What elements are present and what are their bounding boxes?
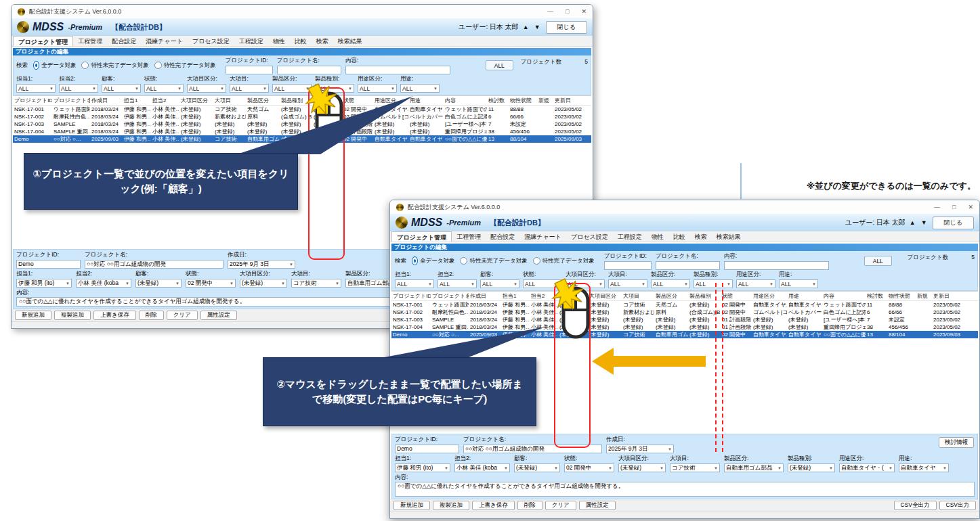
column-header[interactable]: 大項目区分 [179,96,213,105]
search-input[interactable] [277,66,341,74]
column-header[interactable]: 状態 [721,292,752,300]
menu-tab-8[interactable]: 比較 [290,36,312,46]
search-radio[interactable]: 特性未完了データ対象 [81,62,148,70]
menu-tab-1[interactable]: プロジェクト管理 [391,231,452,242]
column-header[interactable]: 新規 [916,292,932,300]
form-select[interactable]: 02 開発中▼ [564,463,614,472]
table-row[interactable]: NSK-17-001ウェット路面対…2018/03/24伊藤 和男…小林 美佳…… [391,301,978,309]
menu-tab-7[interactable]: 物性 [268,36,290,46]
form-select[interactable]: 小林 美佳 (koba▼ [76,279,131,288]
menu-tab-6[interactable]: 工程設定 [613,231,647,242]
search-radio[interactable]: 特性完了データ対象 [154,62,216,70]
menu-tab-8[interactable]: 比較 [668,231,690,242]
form-select[interactable]: (未登録)▼ [788,463,835,472]
search-radio[interactable]: 全データ対象 [412,256,454,265]
menu-tab-6[interactable]: 工程設定 [234,36,268,46]
column-header[interactable]: 担当1 [123,96,151,105]
csv-all-button[interactable]: CSV全出力 [894,501,937,510]
form-select[interactable]: (未登録)▼ [240,279,287,288]
menu-tab-10[interactable]: 検索結果 [712,231,746,242]
filter-select[interactable]: ALL▼ [438,279,477,288]
action-button[interactable]: クリア [167,311,198,320]
form-select[interactable]: コア技術▼ [291,279,341,288]
maximize-icon[interactable]: □ [952,204,956,210]
action-button[interactable]: 削除 [139,311,164,320]
user-up-icon[interactable]: ▲ [523,24,530,30]
column-header[interactable]: 作成日 [90,96,123,105]
search-radio[interactable]: 全データ対象 [33,61,76,70]
close-icon[interactable]: ✕ [581,8,587,15]
action-button[interactable]: 属性設定 [579,501,616,510]
form-select[interactable]: 自動車タイヤ・(▼ [839,463,895,472]
search-radio[interactable]: 特性完了データ対象 [533,257,595,265]
csv-button[interactable]: CSV出力 [939,501,976,510]
all-button[interactable]: ALL [864,256,892,266]
action-button[interactable]: 新規追加 [15,311,51,320]
form-select[interactable]: (未登録)▼ [135,279,182,288]
column-header[interactable]: 用途区分 [752,292,787,300]
form-input[interactable]: Demo [16,260,81,269]
filter-select[interactable]: ALL▼ [608,279,647,288]
form-select[interactable]: 2025年 9月 3日▼ [606,445,674,453]
menu-tab-1[interactable]: プロジェクト管理 [13,36,73,46]
filter-select[interactable]: ALL▼ [144,84,184,93]
filter-select[interactable]: ALL▼ [187,84,226,93]
action-button[interactable]: 新規追加 [393,501,430,510]
menu-tab-9[interactable]: 検索 [690,231,712,242]
column-header[interactable]: 物性状態 [509,96,537,105]
menu-tab-5[interactable]: プロセス設定 [566,231,613,242]
table-row[interactable]: NSK-17-002耐摩耗性白色…2018/03/24伊藤 和男…小林 美佳…(… [391,309,978,316]
form-select[interactable]: 2025年 9月 3日▼ [228,260,295,269]
filter-select[interactable]: ALL▼ [480,279,519,288]
maximize-icon[interactable]: □ [566,8,569,15]
form-select[interactable]: (未登録)▼ [514,463,560,472]
close-icon[interactable]: ✕ [968,204,973,210]
column-header[interactable]: 更新日 [553,96,587,105]
action-button[interactable]: クリア [545,501,576,510]
column-header[interactable]: 更新日 [932,292,966,300]
filter-select[interactable]: ALL▼ [16,84,56,93]
column-header[interactable]: 製品区分 [654,292,688,300]
minimize-icon[interactable]: — [934,204,940,210]
minimize-icon[interactable]: — [547,8,553,15]
menu-tab-2[interactable]: 工程管理 [73,36,107,46]
action-button[interactable]: 複製追加 [433,501,469,510]
form-select[interactable]: 02 開発中▼ [186,279,236,288]
search-input[interactable] [724,261,829,270]
filter-select[interactable]: ALL▼ [395,279,434,288]
column-header[interactable]: プロジェクト名 [431,292,469,300]
form-select[interactable]: 自動車用ゴム部品▼ [724,463,784,472]
filter-select[interactable]: ALL▼ [736,279,775,288]
table-row[interactable]: NSK-17-003SAMPLE2018/03/24伊藤 和男…小林 美佳…(未… [391,316,978,323]
column-header[interactable]: プロジェクト名 [52,96,90,105]
user-down-icon[interactable]: ▼ [534,24,542,30]
search-input[interactable] [345,66,450,74]
form-input[interactable]: Demo [395,445,459,453]
menu-tab-7[interactable]: 物性 [647,231,668,242]
action-button[interactable]: 上書き保存 [472,501,515,510]
form-select[interactable]: (未登録)▼ [618,463,666,472]
form-select[interactable]: コア技術▼ [670,463,720,472]
filter-select[interactable]: ALL▼ [59,84,98,93]
menu-tab-3[interactable]: 配合設定 [107,36,141,46]
column-header[interactable]: 用途 [787,292,822,300]
column-header[interactable]: 内容 [444,96,487,105]
menu-tab-4[interactable]: 混練チャート [519,231,566,242]
naiyou-field[interactable]: ○○面での△△に優れたタイヤを作成することができるタイヤ用ゴム組成物を開発する。 [395,482,975,497]
column-header[interactable]: 物性状態 [887,292,916,300]
menu-tab-9[interactable]: 検索 [312,36,333,46]
search-input[interactable] [226,66,273,74]
column-header[interactable]: 検討数 [866,292,887,300]
column-header[interactable]: 新規 [537,96,553,105]
menu-tab-5[interactable]: プロセス設定 [188,36,234,46]
filter-select[interactable]: ALL▼ [102,84,141,93]
close-button[interactable]: 閉じる [933,217,974,229]
close-button[interactable]: 閉じる [546,21,587,34]
menu-tab-3[interactable]: 配合設定 [486,231,519,242]
user-down-icon[interactable]: ▼ [921,219,929,226]
action-button[interactable]: 削除 [517,501,542,510]
column-header[interactable]: 大項目 [622,292,654,300]
column-header[interactable]: 作成日 [469,292,501,300]
column-header[interactable]: プロジェクトID [391,292,431,300]
menu-tab-10[interactable]: 検索結果 [333,36,367,46]
